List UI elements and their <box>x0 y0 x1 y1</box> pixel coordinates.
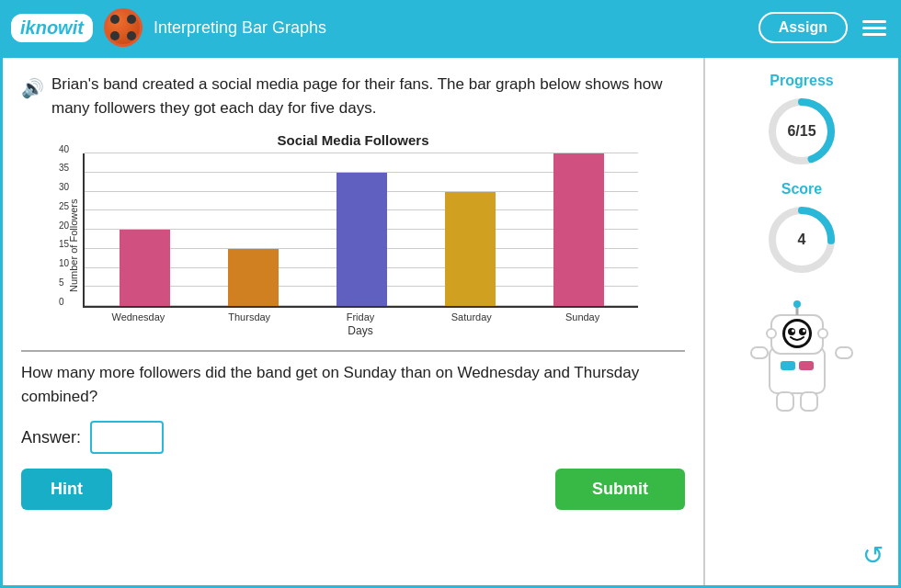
buttons-row: Hint Submit <box>21 469 685 510</box>
x-label: Thursday <box>194 311 305 322</box>
x-label: Wednesday <box>83 311 194 322</box>
page-title: Interpreting Bar Graphs <box>154 18 747 38</box>
x-label: Sunday <box>527 311 638 322</box>
y-tick-label: 35 <box>59 163 69 173</box>
svg-point-10 <box>788 328 795 335</box>
score-value: 4 <box>798 232 806 248</box>
svg-point-13 <box>803 330 805 333</box>
answer-label: Answer: <box>21 428 81 447</box>
y-tick-label: 40 <box>59 143 69 153</box>
logo: iknowit <box>11 14 93 42</box>
svg-point-20 <box>767 329 776 338</box>
submit-button[interactable]: Submit <box>555 469 685 510</box>
progress-ring: 6/15 <box>765 95 838 168</box>
svg-rect-19 <box>801 392 817 411</box>
score-label: Score <box>765 181 838 198</box>
menu-button[interactable] <box>859 17 890 40</box>
logo-icon <box>104 8 143 47</box>
svg-rect-17 <box>836 347 852 358</box>
y-tick-label: 15 <box>59 239 69 249</box>
question-text: 🔊 Brian's band created a social media pa… <box>21 73 685 119</box>
menu-icon <box>862 33 886 36</box>
sub-question: How many more followers did the band get… <box>21 361 685 408</box>
right-panel: Progress 6/15 Score 4 <box>705 58 898 585</box>
robot-illustration <box>742 297 861 416</box>
y-tick-label: 20 <box>59 220 69 230</box>
main-content: 🔊 Brian's band created a social media pa… <box>0 55 901 588</box>
bar-wednesday <box>120 230 170 306</box>
progress-label: Progress <box>765 73 838 89</box>
bar-saturday <box>445 192 496 307</box>
svg-point-11 <box>799 328 806 335</box>
svg-point-12 <box>792 330 794 333</box>
svg-rect-6 <box>799 361 814 370</box>
answer-input[interactable] <box>90 421 164 454</box>
bar-sunday <box>553 153 604 306</box>
chart-title: Social Media Followers <box>68 132 638 148</box>
x-label: Saturday <box>416 311 527 322</box>
y-axis-label: Number of Followers <box>68 153 79 337</box>
y-tick-label: 5 <box>59 277 64 287</box>
svg-rect-5 <box>781 361 795 370</box>
divider <box>21 350 685 352</box>
score-section: Score 4 <box>765 181 838 277</box>
back-button[interactable]: ↺ <box>862 540 884 571</box>
sound-icon[interactable]: 🔊 <box>21 74 44 102</box>
svg-rect-16 <box>751 347 768 358</box>
x-axis-title: Days <box>83 324 638 337</box>
y-tick-label: 0 <box>59 296 64 306</box>
chart-area: Number of Followers 0510152025303540 Wed… <box>68 153 638 337</box>
left-panel: 🔊 Brian's band created a social media pa… <box>3 58 705 585</box>
y-tick-label: 30 <box>59 182 69 192</box>
y-tick-label: 25 <box>59 200 69 210</box>
chart-inner: 0510152025303540 WednesdayThursdayFriday… <box>83 153 638 337</box>
menu-icon <box>862 27 886 29</box>
hint-button[interactable]: Hint <box>21 469 112 510</box>
robot-svg <box>742 297 861 416</box>
menu-icon <box>862 20 886 23</box>
bar-friday <box>336 173 387 306</box>
bars-area <box>85 153 638 306</box>
x-labels: WednesdayThursdayFridaySaturdaySunday <box>83 308 638 322</box>
score-ring: 4 <box>765 203 838 277</box>
y-tick-label: 10 <box>59 258 69 268</box>
header: iknowit Interpreting Bar Graphs Assign <box>0 0 901 55</box>
svg-point-21 <box>818 329 827 338</box>
x-label: Friday <box>305 311 416 322</box>
bar-thursday <box>228 249 279 306</box>
progress-value: 6/15 <box>787 123 815 140</box>
svg-rect-18 <box>777 392 793 411</box>
svg-point-15 <box>793 300 801 308</box>
chart-grid: 0510152025303540 <box>83 153 638 308</box>
answer-row: Answer: <box>21 421 685 454</box>
assign-button[interactable]: Assign <box>758 12 848 43</box>
progress-section: Progress 6/15 <box>765 73 838 168</box>
chart-container: Social Media Followers Number of Followe… <box>68 132 638 337</box>
